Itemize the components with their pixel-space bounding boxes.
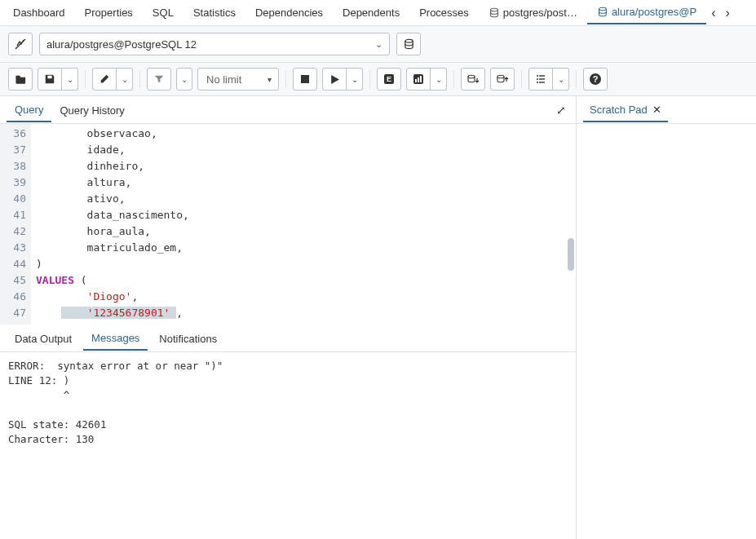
svg-point-1 <box>599 7 607 11</box>
code-content[interactable]: observacao, idade, dinheiro, altura, ati… <box>31 124 576 325</box>
scratch-tab-bar: Scratch Pad ✕ <box>577 96 756 124</box>
sql-editor[interactable]: 363738394041424344454647 observacao, ida… <box>0 124 576 325</box>
separator <box>521 70 522 88</box>
explain-icon: E <box>383 73 395 85</box>
tab-notifications[interactable]: Notifications <box>151 327 225 350</box>
tab-statistics[interactable]: Statistics <box>183 2 245 24</box>
svg-rect-16 <box>539 78 545 79</box>
connection-value: alura/postgres@PostgreSQL 12 <box>46 38 197 51</box>
help-button[interactable]: ? <box>583 68 608 91</box>
main-area: Query Query History ⤢ 363738394041424344… <box>0 96 756 539</box>
tab-processes[interactable]: Processes <box>409 2 479 24</box>
play-icon <box>329 74 340 85</box>
database-icon <box>597 7 608 18</box>
svg-point-17 <box>537 82 538 83</box>
save-dropdown[interactable]: ⌄ <box>62 68 78 91</box>
svg-rect-18 <box>539 82 545 82</box>
top-tab-bar: Dashboard Properties SQL Statistics Depe… <box>0 0 756 26</box>
tab-data-output[interactable]: Data Output <box>7 327 80 350</box>
filter-dropdown[interactable]: ⌄ <box>176 68 192 91</box>
scratch-pane: Scratch Pad ✕ <box>577 96 756 539</box>
separator <box>576 70 577 88</box>
separator <box>369 70 370 88</box>
stop-button[interactable] <box>293 68 317 91</box>
editor-tab-bar: Query Query History ⤢ <box>0 96 576 124</box>
tab-messages[interactable]: Messages <box>83 326 148 351</box>
macros-dropdown[interactable]: ⌄ <box>553 68 569 91</box>
save-file-button[interactable] <box>38 68 62 91</box>
list-icon <box>535 73 546 85</box>
svg-point-13 <box>537 75 538 77</box>
expand-editor-button[interactable]: ⤢ <box>553 100 569 120</box>
connection-bar: alura/postgres@PostgreSQL 12 ⌄ <box>0 26 756 63</box>
separator <box>85 70 86 88</box>
open-file-button[interactable] <box>8 68 33 91</box>
svg-text:?: ? <box>593 74 599 84</box>
help-icon: ? <box>589 73 602 86</box>
svg-point-11 <box>468 75 475 78</box>
database-icon <box>489 7 500 19</box>
svg-rect-9 <box>418 77 419 82</box>
svg-rect-14 <box>539 75 545 76</box>
svg-point-15 <box>537 78 538 80</box>
connection-status-button[interactable] <box>8 33 33 55</box>
edit-dropdown[interactable]: ⌄ <box>117 68 133 91</box>
tabs-scroll-left[interactable]: ‹ <box>706 2 720 24</box>
tab-properties[interactable]: Properties <box>75 2 143 24</box>
svg-line-2 <box>15 39 25 49</box>
filter-icon <box>153 73 165 85</box>
database-icon <box>403 38 415 51</box>
tab-sql[interactable]: SQL <box>143 2 183 24</box>
svg-rect-10 <box>420 76 422 82</box>
row-limit-select[interactable]: No limit <box>197 68 279 91</box>
editor-pane: Query Query History ⤢ 363738394041424344… <box>0 96 577 539</box>
svg-rect-8 <box>415 79 417 82</box>
tab-query-history[interactable]: Query History <box>51 99 132 121</box>
chevron-down-icon: ⌄ <box>375 39 382 50</box>
separator <box>453 70 454 88</box>
explain-button[interactable]: E <box>377 68 401 91</box>
edit-button[interactable] <box>92 68 117 91</box>
separator <box>285 70 286 88</box>
editor-scrollbar-thumb[interactable] <box>568 238 574 271</box>
tab-query-postgres[interactable]: postgres/post… <box>479 2 587 24</box>
explain-analyze-button[interactable] <box>406 68 431 91</box>
tab-dashboard[interactable]: Dashboard <box>3 2 75 24</box>
chart-icon <box>413 73 424 85</box>
separator <box>139 70 140 88</box>
execute-button[interactable] <box>322 68 347 91</box>
messages-panel: ERROR: syntax error at or near ")" LINE … <box>0 352 576 539</box>
commit-button[interactable] <box>461 68 485 91</box>
svg-point-0 <box>490 8 497 11</box>
pencil-icon <box>99 73 110 85</box>
commit-icon <box>466 73 480 85</box>
tabs-scroll-right[interactable]: › <box>720 2 734 24</box>
svg-text:E: E <box>387 75 391 83</box>
macros-button[interactable] <box>528 68 553 91</box>
folder-icon <box>15 73 27 86</box>
svg-point-3 <box>405 39 412 42</box>
line-gutter: 363738394041424344454647 <box>0 124 31 325</box>
svg-point-12 <box>497 75 504 78</box>
tab-dependencies[interactable]: Dependencies <box>245 2 333 24</box>
explain-analyze-dropdown[interactable]: ⌄ <box>431 68 447 91</box>
save-icon <box>44 73 55 85</box>
connection-off-icon <box>14 38 27 51</box>
filter-button[interactable] <box>147 68 171 91</box>
rollback-icon <box>496 73 509 85</box>
close-icon[interactable]: ✕ <box>652 104 661 116</box>
tab-query-alura[interactable]: alura/postgres@P <box>587 1 706 24</box>
output-tab-bar: Data Output Messages Notifications <box>0 325 576 352</box>
execute-dropdown[interactable]: ⌄ <box>347 68 363 91</box>
tab-dependents[interactable]: Dependents <box>333 2 409 24</box>
new-connection-button[interactable] <box>396 33 421 55</box>
svg-rect-4 <box>301 75 309 83</box>
rollback-button[interactable] <box>490 68 515 91</box>
stop-icon <box>300 74 310 84</box>
expand-icon: ⤢ <box>556 104 566 117</box>
tab-query[interactable]: Query <box>7 98 51 122</box>
connection-select[interactable]: alura/postgres@PostgreSQL 12 ⌄ <box>39 33 390 55</box>
query-toolbar: ⌄ ⌄ ⌄ No limit ⌄ E ⌄ ⌄ ? <box>0 63 756 96</box>
tab-scratch-pad[interactable]: Scratch Pad ✕ <box>583 98 668 122</box>
